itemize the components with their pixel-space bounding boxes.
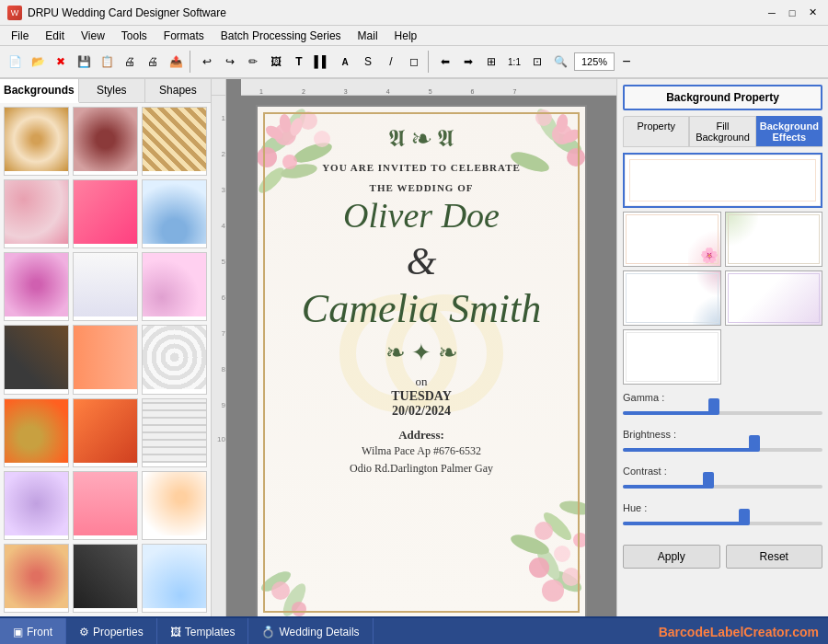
tb-barcode[interactable]: ▌▌	[311, 51, 333, 73]
tb-ratio[interactable]: 1:1	[503, 51, 525, 73]
list-item[interactable]	[73, 544, 138, 613]
tb-zoom-in[interactable]: 🔍	[549, 51, 571, 73]
reset-button[interactable]: Reset	[726, 545, 823, 569]
canvas-inner: 𝕬 ❧ 𝕬 YOU ARE INVITED TO CELEBRATE THE W…	[226, 96, 616, 616]
list-item[interactable]	[142, 179, 207, 248]
tab-shapes[interactable]: Shapes	[145, 79, 211, 102]
list-item[interactable]	[142, 325, 207, 394]
tb-script[interactable]: S	[357, 51, 379, 73]
floral-bottom-left	[258, 508, 331, 616]
tab-wedding-details[interactable]: 💍 Wedding Details	[248, 618, 373, 644]
tb-text[interactable]: T	[288, 51, 310, 73]
effect-thumb-lavender[interactable]	[725, 270, 823, 326]
tb-save[interactable]: 💾	[73, 51, 95, 73]
list-item[interactable]	[4, 107, 69, 176]
list-item[interactable]	[4, 398, 69, 467]
tb-redo[interactable]: ↪	[219, 51, 241, 73]
list-item[interactable]	[73, 107, 138, 176]
tb-print[interactable]: 🖨	[119, 51, 141, 73]
tab-backgrounds[interactable]: Backgrounds	[0, 79, 79, 103]
menu-formats[interactable]: Formats	[156, 28, 212, 44]
list-item[interactable]	[73, 252, 138, 321]
tb-sep2	[428, 51, 431, 73]
effect-thumb-floral-br[interactable]: 🌸	[623, 212, 721, 267]
list-item[interactable]	[4, 179, 69, 248]
card-firstname: Oliver Doe	[283, 197, 559, 236]
apply-button[interactable]: Apply	[623, 545, 720, 569]
list-item[interactable]	[73, 398, 138, 467]
gamma-slider[interactable]	[623, 405, 822, 421]
menu-view[interactable]: View	[74, 28, 112, 44]
menu-mail[interactable]: Mail	[351, 28, 385, 44]
property-tabs: Property Fill Background Background Effe…	[623, 116, 822, 147]
effect-thumb-floral-full[interactable]	[623, 270, 721, 326]
tab-front[interactable]: ▣ Front	[0, 618, 66, 644]
tb-table[interactable]: ⊞	[480, 51, 502, 73]
tab-styles[interactable]: Styles	[79, 79, 145, 102]
list-item[interactable]	[4, 325, 69, 394]
brightness-label: Brightness :	[623, 429, 822, 440]
logo-text: BarcodeLabel	[659, 625, 744, 639]
close-button[interactable]: ✕	[804, 5, 821, 21]
right-panel: Background Property Property Fill Backgr…	[616, 79, 828, 616]
effect-thumb-plain[interactable]	[623, 153, 822, 208]
tb-line[interactable]: /	[380, 51, 402, 73]
menu-tools[interactable]: Tools	[114, 28, 155, 44]
templates-icon: 🖼	[170, 626, 181, 638]
tb-open-folder[interactable]: 📂	[27, 51, 49, 73]
tb-fit[interactable]: ⊡	[526, 51, 548, 73]
tb-image[interactable]: 🖼	[265, 51, 287, 73]
card-ampersand: &	[283, 239, 559, 283]
menu-file[interactable]: File	[4, 28, 36, 44]
minimize-button[interactable]: ─	[764, 5, 780, 21]
tab-background-effects[interactable]: Background Effects	[756, 116, 822, 146]
app-icon: W	[7, 6, 22, 20]
list-item[interactable]	[142, 252, 207, 321]
background-property-title[interactable]: Background Property	[623, 85, 822, 110]
menu-edit[interactable]: Edit	[38, 28, 72, 44]
list-item[interactable]	[73, 471, 138, 540]
svg-point-30	[573, 533, 585, 547]
tb-export[interactable]: 📤	[165, 51, 187, 73]
tab-properties[interactable]: ⚙ Properties	[66, 618, 157, 644]
card-address-label: Address:	[283, 428, 559, 443]
tb-fwd[interactable]: ➡	[457, 51, 479, 73]
list-item[interactable]	[142, 471, 207, 540]
menu-batch[interactable]: Batch Processing Series	[213, 28, 349, 44]
menu-help[interactable]: Help	[387, 28, 425, 44]
list-item[interactable]	[4, 544, 69, 613]
list-item[interactable]	[4, 471, 69, 540]
tb-back[interactable]: ⬅	[434, 51, 456, 73]
canvas-container: 1 2 3 4 5 6 7 8 9 10	[212, 96, 616, 616]
list-item[interactable]	[73, 325, 138, 394]
brightness-slider[interactable]	[623, 442, 822, 458]
contrast-slider-group: Contrast :	[623, 466, 822, 495]
tab-property[interactable]: Property	[623, 116, 689, 146]
list-item[interactable]	[142, 398, 207, 467]
tb-close[interactable]: ✖	[50, 51, 72, 73]
tb-save-as[interactable]: 📋	[96, 51, 118, 73]
contrast-slider[interactable]	[623, 478, 822, 495]
list-item[interactable]	[142, 544, 207, 613]
tb-shape[interactable]: ◻	[403, 51, 425, 73]
list-item[interactable]	[73, 179, 138, 248]
zoom-input[interactable]: 125%	[574, 52, 615, 71]
effect-thumb-floral-tl[interactable]	[725, 212, 823, 267]
list-item[interactable]	[142, 107, 207, 176]
ruler-corner	[212, 79, 226, 96]
effect-thumb-plain2[interactable]	[623, 329, 721, 385]
templates-label: Templates	[185, 626, 236, 638]
tb-zoom-out[interactable]: −	[615, 51, 638, 73]
tb-new[interactable]: 📄	[4, 51, 26, 73]
tb-textfield[interactable]: A	[334, 51, 356, 73]
tab-fill-background[interactable]: Fill Background	[689, 116, 755, 146]
tb-undo[interactable]: ↩	[196, 51, 218, 73]
tb-pencil[interactable]: ✏	[242, 51, 264, 73]
tb-print2[interactable]: 🖨	[142, 51, 164, 73]
bottom-bar: ▣ Front ⚙ Properties 🖼 Templates 💍 Weddi…	[0, 616, 828, 644]
hue-slider[interactable]	[623, 515, 822, 532]
maximize-button[interactable]: □	[784, 5, 800, 21]
tab-templates[interactable]: 🖼 Templates	[157, 618, 249, 644]
list-item[interactable]	[4, 252, 69, 321]
svg-point-35	[292, 602, 306, 616]
